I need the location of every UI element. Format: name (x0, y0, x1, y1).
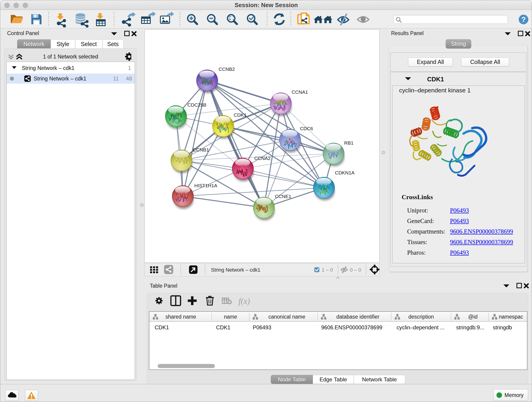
svg-text:cyclin–dependent ...: cyclin–dependent ... (397, 325, 444, 331)
svg-text:HIST1H1A: HIST1H1A (194, 183, 217, 188)
svg-text:CDK1: CDK1 (216, 325, 230, 331)
svg-text:CDC6: CDC6 (300, 126, 313, 131)
svg-text:RB1: RB1 (344, 140, 354, 146)
svg-text:CDK1: CDK1 (234, 112, 247, 118)
svg-text:stringdb:9...: stringdb:9... (456, 325, 484, 331)
svg-text:CDKN1A: CDKN1A (335, 170, 355, 175)
svg-text:description: description (408, 314, 434, 320)
svg-text:48: 48 (126, 76, 132, 82)
svg-text:9606.ENSP00000378699: 9606.ENSP00000378699 (321, 325, 382, 331)
svg-text:?: ? (521, 15, 526, 24)
svg-text:String Network – cdk1: String Network – cdk1 (22, 65, 75, 71)
svg-text:CCNE1: CCNE1 (275, 194, 291, 199)
svg-text:String Network – cdk1: String Network – cdk1 (34, 76, 86, 82)
svg-text:database identifier: database identifier (336, 314, 380, 320)
svg-text:f(x): f(x) (239, 297, 250, 306)
svg-text:canonical name: canonical name (268, 314, 305, 320)
svg-text:CCNB2: CCNB2 (219, 66, 235, 72)
svg-text:1 of 1 Network selected: 1 of 1 Network selected (43, 54, 98, 60)
svg-text:CCNB1: CCNB1 (193, 147, 209, 153)
svg-text:CCNA2: CCNA2 (254, 156, 271, 161)
svg-text:CCNA1: CCNA1 (292, 89, 308, 95)
svg-text:1 – 0: 1 – 0 (322, 267, 333, 273)
svg-text:namespac: namespac (499, 314, 523, 320)
svg-text:@id: @id (468, 314, 477, 320)
svg-text:String Network – cdk1: String Network – cdk1 (211, 267, 260, 273)
svg-text:Memory: Memory (505, 392, 524, 398)
svg-text:stringdb: stringdb (493, 325, 512, 331)
svg-text:name: name (224, 314, 237, 320)
svg-text:11: 11 (113, 76, 119, 82)
svg-text:0 – 0: 0 – 0 (350, 267, 361, 273)
svg-text:P06493: P06493 (253, 325, 271, 331)
svg-text:1: 1 (128, 65, 131, 71)
svg-text:CDC25B: CDC25B (187, 102, 206, 108)
svg-text:shared name: shared name (165, 314, 196, 320)
svg-text:CDK1: CDK1 (155, 325, 169, 331)
